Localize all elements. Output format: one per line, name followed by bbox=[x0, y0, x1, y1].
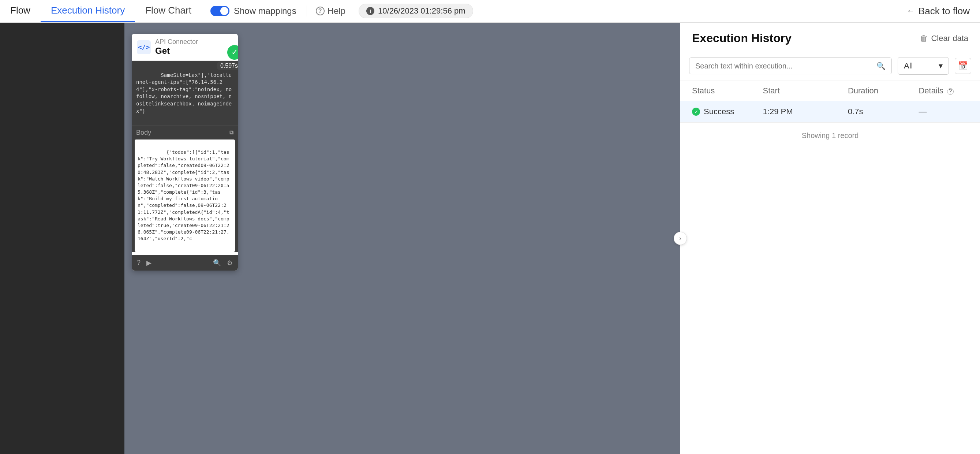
search-icon: 🔍 bbox=[877, 62, 886, 70]
table-row[interactable]: Success 1:29 PM 0.7s — bbox=[680, 101, 980, 123]
col-details: Details ? bbox=[918, 86, 968, 96]
details-help-icon: ? bbox=[947, 88, 954, 95]
body-label: Body bbox=[136, 129, 151, 137]
datetime-label: 10/26/2023 01:29:56 pm bbox=[378, 6, 466, 16]
api-card-title-group: API Connector Get bbox=[155, 38, 198, 56]
arrow-left-icon: ← bbox=[907, 6, 915, 16]
play-icon[interactable]: ▶ bbox=[146, 259, 151, 267]
footer-icons-left: ? ▶ bbox=[137, 259, 151, 267]
api-card-header: </> API Connector Get bbox=[132, 34, 238, 61]
help-label: Help bbox=[328, 6, 345, 16]
nav-flow-chart[interactable]: Flow Chart bbox=[135, 0, 202, 22]
timing-badge: 0.597s bbox=[216, 62, 238, 70]
api-card-body-header: Body ⧉ bbox=[132, 126, 238, 140]
nav-flow-chart-label: Flow Chart bbox=[145, 5, 191, 16]
show-mappings-toggle-area: Show mappings bbox=[202, 6, 305, 16]
nav-execution-history-label: Execution History bbox=[51, 5, 125, 16]
calendar-icon[interactable]: 📅 bbox=[955, 58, 971, 74]
status-value: Success bbox=[704, 107, 734, 116]
record-count: Showing 1 record bbox=[680, 123, 980, 149]
api-card-method: Get bbox=[155, 46, 198, 56]
search-input[interactable] bbox=[695, 62, 873, 70]
copy-icon[interactable]: ⧉ bbox=[229, 129, 234, 136]
col-start: Start bbox=[763, 86, 848, 96]
footer-icons-right: 🔍 ⚙ bbox=[213, 259, 233, 267]
question-icon[interactable]: ? bbox=[137, 259, 140, 267]
api-card-body-section: Body ⧉ {"todos":[{"id":1,"task":"Try Wor… bbox=[132, 126, 238, 252]
panel-toggle-button[interactable]: › bbox=[674, 232, 687, 245]
right-panel: › Execution History 🗑 Clear data 🔍 All ▾… bbox=[680, 23, 980, 454]
col-status: Status bbox=[692, 86, 763, 96]
canvas-area: </> API Connector Get SameSite=Lax"],"lo… bbox=[124, 23, 680, 454]
main-body: </> API Connector Get SameSite=Lax"],"lo… bbox=[0, 23, 980, 454]
nav-flow[interactable]: Flow bbox=[0, 0, 41, 22]
table-header: Status Start Duration Details ? bbox=[680, 81, 980, 101]
filter-select[interactable]: All ▾ bbox=[898, 57, 949, 75]
duration-cell: 0.7s bbox=[848, 107, 919, 116]
api-card-title: API Connector bbox=[155, 38, 198, 46]
col-duration: Duration bbox=[848, 86, 919, 96]
trash-icon: 🗑 bbox=[920, 34, 928, 43]
right-panel-header: Execution History 🗑 Clear data bbox=[680, 23, 980, 51]
right-panel-title: Execution History bbox=[692, 32, 792, 45]
info-icon: i bbox=[366, 7, 374, 15]
api-card-header-content: SameSite=Lax"],"localtunnel-agent-ips":[… bbox=[132, 61, 238, 126]
body-text: {"todos":[{"id":1,"task":"Try Workflows … bbox=[138, 150, 229, 241]
search-icon-footer[interactable]: 🔍 bbox=[213, 259, 221, 267]
left-panel bbox=[0, 23, 124, 454]
datetime-badge[interactable]: i 10/26/2023 01:29:56 pm bbox=[359, 4, 473, 18]
api-card-header-text: SameSite=Lax"],"localtunnel-agent-ips":[… bbox=[136, 72, 232, 114]
api-card-footer: ? ▶ 🔍 ⚙ bbox=[132, 255, 238, 271]
nav-divider-1 bbox=[307, 5, 307, 16]
search-box[interactable]: 🔍 bbox=[689, 57, 892, 74]
status-cell: Success bbox=[692, 107, 763, 116]
back-to-flow-button[interactable]: ← Back to flow bbox=[897, 5, 980, 17]
clear-data-button[interactable]: 🗑 Clear data bbox=[920, 34, 968, 43]
nav-execution-history[interactable]: Execution History bbox=[41, 0, 135, 22]
nav-flow-label: Flow bbox=[10, 5, 30, 16]
clear-data-label: Clear data bbox=[931, 34, 968, 43]
right-panel-toolbar: 🔍 All ▾ 📅 bbox=[680, 51, 980, 81]
start-cell: 1:29 PM bbox=[763, 107, 848, 116]
filter-value: All bbox=[904, 61, 913, 71]
history-table: Status Start Duration Details ? Success … bbox=[680, 81, 980, 454]
status-dot-success bbox=[692, 108, 700, 116]
help-circle-icon: ? bbox=[316, 6, 325, 15]
chevron-down-icon: ▾ bbox=[939, 61, 943, 71]
back-to-flow-label: Back to flow bbox=[918, 5, 970, 17]
api-connector-card: </> API Connector Get SameSite=Lax"],"lo… bbox=[132, 34, 238, 271]
show-mappings-label: Show mappings bbox=[234, 6, 296, 16]
help-button[interactable]: ? Help bbox=[309, 6, 353, 16]
api-connector-icon: </> bbox=[137, 40, 151, 54]
top-nav: Flow Execution History Flow Chart Show m… bbox=[0, 0, 980, 23]
api-card-body-content: {"todos":[{"id":1,"task":"Try Workflows … bbox=[135, 140, 235, 252]
details-cell: — bbox=[918, 107, 968, 116]
show-mappings-toggle[interactable] bbox=[210, 6, 229, 16]
settings-icon[interactable]: ⚙ bbox=[227, 259, 233, 267]
